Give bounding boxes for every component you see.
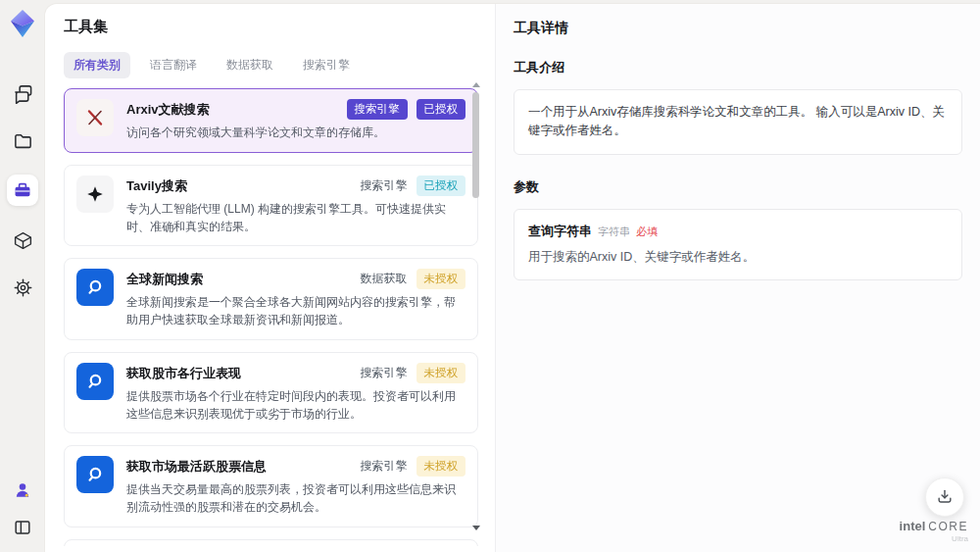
category-label: 搜索引擎 (361, 365, 408, 381)
app-logo-icon (9, 9, 36, 38)
tool-desc: 提供当天交易量最高的股票列表，投资者可以利用这些信息来识别流动性强的股票和潜在的… (126, 481, 466, 517)
status-badge: 未授权 (416, 269, 466, 289)
tool-desc: 全球新闻搜索是一个聚合全球各大新闻网站内容的搜索引擎，帮助用户快速获取全球最新资… (126, 294, 466, 329)
page-title: 工具集 (64, 18, 495, 36)
tool-item-regional-news[interactable]: 万维地区新闻查询 搜索引擎 未授权 查询具体行政区划内的新闻，快速了解各地新闻动 (64, 539, 478, 546)
tool-detail-panel: 工具详情 工具介绍 一个用于从Arxiv存储库搜索科学论文和文章的工具。 输入可… (495, 4, 980, 552)
tool-name: 全球新闻搜索 (126, 269, 203, 288)
settings-icon[interactable] (10, 275, 35, 300)
brand-intel-text: intel (900, 519, 926, 533)
params-heading: 参数 (514, 178, 962, 196)
scroll-down-icon[interactable] (472, 526, 480, 530)
user-icon[interactable] (10, 477, 35, 503)
category-tabs: 所有类别 语言翻译 数据获取 搜索引擎 (64, 52, 495, 78)
download-button[interactable] (925, 477, 964, 517)
tool-name: 获取股市各行业表现 (126, 363, 241, 382)
scroll-up-icon[interactable] (472, 82, 480, 87)
detail-title: 工具详情 (514, 20, 962, 37)
status-badge: 已授权 (416, 99, 466, 120)
brand-sub-text: Ultra (900, 535, 968, 543)
tool-item-active-stocks[interactable]: 获取市场最活跃股票信息 搜索引擎 未授权 提供当天交易量最高的股票列表，投资者可… (64, 445, 478, 527)
tool-name: Arxiv文献搜索 (126, 99, 210, 119)
category-badge: 搜索引擎 (347, 99, 408, 120)
param-name: 查询字符串 (528, 224, 592, 238)
stock-sector-icon (76, 363, 114, 400)
list-scrollbar[interactable] (471, 82, 481, 546)
arxiv-icon (76, 99, 114, 136)
intro-text: 一个用于从Arxiv存储库搜索科学论文和文章的工具。 输入可以是Arxiv ID… (528, 103, 948, 141)
intro-box: 一个用于从Arxiv存储库搜索科学论文和文章的工具。 输入可以是Arxiv ID… (514, 89, 962, 155)
brand-core-text: CORE (928, 520, 968, 533)
tool-name: Tavily搜索 (126, 176, 187, 195)
tool-item-global-news[interactable]: 全球新闻搜索 数据获取 未授权 全球新闻搜索是一个聚合全球各大新闻网站内容的搜索… (64, 258, 478, 340)
param-box: 查询字符串 字符串 必填 用于搜索的Arxiv ID、关键字或作者姓名。 (514, 209, 962, 280)
intro-heading: 工具介绍 (514, 59, 962, 76)
tool-desc: 访问各个研究领域大量科学论文和文章的存储库。 (126, 125, 466, 142)
app-logo[interactable] (8, 8, 37, 39)
active-stocks-icon (76, 456, 114, 493)
tab-data-fetch[interactable]: 数据获取 (217, 52, 283, 78)
intel-core-logo: intelCORE Ultra (900, 518, 968, 543)
rail-nav (7, 80, 38, 300)
cube-icon[interactable] (10, 227, 35, 253)
tab-all-categories[interactable]: 所有类别 (64, 52, 130, 78)
tool-item-stock-sector[interactable]: 获取股市各行业表现 搜索引擎 未授权 提供股票市场各个行业在特定时间段内的表现。… (64, 352, 478, 434)
category-label: 数据获取 (361, 271, 408, 287)
tool-list: Arxiv文献搜索 搜索引擎 已授权 访问各个研究领域大量科学论文和文章的存储库… (64, 88, 478, 546)
category-label: 搜索引擎 (361, 177, 408, 194)
main-card: 工具集 所有类别 语言翻译 数据获取 搜索引擎 Arxiv文献搜索 (45, 4, 980, 552)
tool-desc: 专为人工智能代理 (LLM) 构建的搜索引擎工具。可快速提供实时、准确和真实的结… (126, 201, 466, 236)
status-badge: 未授权 (416, 456, 466, 477)
toolbox-icon[interactable] (7, 175, 38, 206)
tool-name: 获取市场最活跃股票信息 (126, 456, 267, 476)
tool-desc: 提供股票市场各个行业在特定时间段内的表现。投资者可以利用这些信息来识别表现优于或… (126, 388, 466, 424)
status-badge: 已授权 (416, 176, 466, 196)
status-badge: 未授权 (416, 363, 466, 383)
rail-bottom (10, 477, 35, 540)
param-desc: 用于搜索的Arxiv ID、关键字或作者姓名。 (528, 248, 948, 267)
folder-icon[interactable] (10, 127, 35, 153)
tab-search-engine[interactable]: 搜索引擎 (293, 52, 360, 78)
param-type: 字符串 (598, 226, 630, 237)
nav-rail (0, 0, 45, 552)
chat-icon[interactable] (10, 80, 35, 106)
global-news-search-icon (76, 269, 114, 306)
tab-language-translation[interactable]: 语言翻译 (140, 52, 207, 78)
tool-item-arxiv[interactable]: Arxiv文献搜索 搜索引擎 已授权 访问各个研究领域大量科学论文和文章的存储库… (64, 88, 478, 153)
panel-toggle-icon[interactable] (10, 515, 35, 540)
tool-list-panel: 工具集 所有类别 语言翻译 数据获取 搜索引擎 Arxiv文献搜索 (45, 4, 495, 552)
download-icon (935, 487, 955, 507)
param-required-badge: 必填 (636, 226, 658, 237)
scrollbar-thumb[interactable] (472, 92, 479, 198)
category-label: 搜索引擎 (361, 458, 408, 475)
tool-item-tavily[interactable]: Tavily搜索 搜索引擎 已授权 专为人工智能代理 (LLM) 构建的搜索引擎… (64, 165, 478, 247)
tavily-star-icon (76, 176, 114, 213)
